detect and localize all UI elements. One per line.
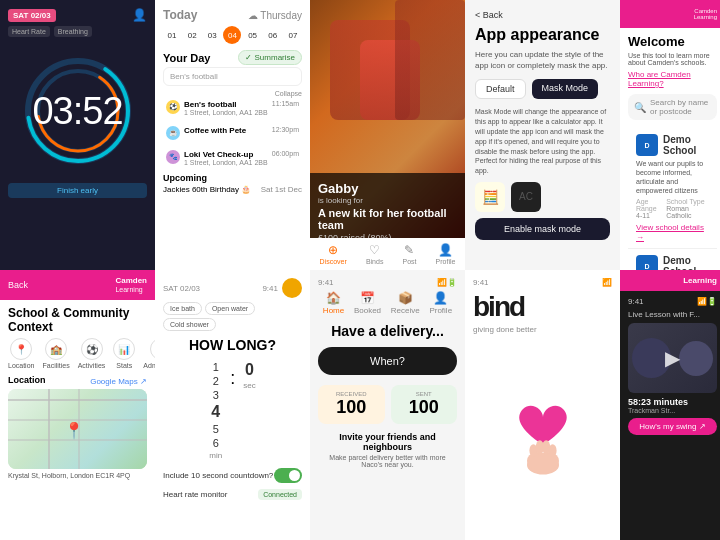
school-header-logo: CamdenLearning	[115, 276, 147, 294]
shower-date: SAT 02/03	[163, 284, 200, 293]
school-icon-row: 📍 Location 🏫 Facilities ⚽ Activities 📊 S…	[8, 338, 147, 369]
mask-description: Mask Mode will change the appearance of …	[475, 107, 610, 176]
selected-minutes[interactable]: 4	[211, 403, 220, 421]
delivery-nav-booked[interactable]: 📅 Booked	[354, 291, 381, 315]
stats-icon: 📊	[113, 338, 135, 360]
nav-binds[interactable]: ♡ Binds	[366, 243, 384, 265]
location-section: Location Google Maps ↗ 📍 Krystal St, Hol…	[8, 375, 147, 479]
summarise-button[interactable]: ✓ Summarise	[238, 50, 302, 65]
dark-app-icon: AC	[511, 182, 541, 212]
delivery-nav-profile[interactable]: 👤 Profile	[429, 291, 452, 315]
school-card-header-0: D Demo School	[636, 134, 709, 156]
selected-seconds[interactable]: 0	[245, 361, 254, 379]
location-icon: 📍	[10, 338, 32, 360]
ice-bath-tag[interactable]: Ice bath	[163, 302, 202, 315]
facilities-icon-item[interactable]: 🏫 Facilities	[42, 338, 69, 369]
delivery-cell: 9:41 📶🔋 🏠 Home 📅 Booked 📦 Receive 👤 Prof…	[310, 270, 465, 540]
video-lesson-cell: Learning 9:41 📶🔋 Live Lesson with F... ▶…	[620, 270, 720, 540]
day-04-active[interactable]: 04	[223, 26, 241, 44]
app-appearance-cell: < Back App appearance Here you can updat…	[465, 0, 620, 270]
day-01[interactable]: 01	[163, 26, 181, 44]
school-page-title: School & Community Context	[8, 306, 147, 334]
minutes-column: 1 2 3 4 5 6 min	[209, 361, 222, 460]
nav-profile[interactable]: 👤 Profile	[436, 243, 456, 265]
day-02[interactable]: 02	[183, 26, 201, 44]
video-header: Learning	[620, 270, 720, 291]
delivery-stats-row: RECEIVED 100 SENT 100	[318, 385, 457, 424]
invite-section: Invite your friends and neighbours Make …	[318, 432, 457, 468]
event-time-1: 12:30pm	[272, 126, 299, 133]
map-pin: 📍	[64, 421, 84, 440]
video-thumbnail[interactable]: ▶	[628, 323, 717, 393]
nav-post[interactable]: ✎ Post	[402, 243, 416, 265]
enable-mask-button[interactable]: Enable mask mode	[475, 218, 610, 240]
cold-shower-tag[interactable]: Cold shower	[163, 318, 216, 331]
countdown-label: Include 10 second countdown?	[163, 471, 273, 480]
camden-learning-cell: Camden Learning Welcome Use this tool to…	[620, 0, 720, 270]
day-03[interactable]: 03	[203, 26, 221, 44]
day-06[interactable]: 06	[264, 26, 282, 44]
location-title: Location	[8, 375, 46, 385]
school-back-button[interactable]: Back	[8, 280, 28, 290]
swing-button[interactable]: How's my swing ↗	[628, 418, 717, 435]
breathing-metric: Breathing	[54, 26, 92, 37]
play-button[interactable]: ▶	[665, 346, 680, 370]
camden-link[interactable]: Who are Camden Learning?	[628, 70, 717, 88]
appearance-desc: Here you can update the style of the app…	[475, 49, 610, 71]
video-time: 9:41	[628, 297, 644, 306]
event-coffee: ☕ Coffee with Pete 12:30pm	[163, 123, 302, 143]
event-name-2: Loki Vet Check-up	[184, 150, 268, 159]
event-time-2: 06:00pm	[272, 150, 299, 157]
activities-icon-item[interactable]: ⚽ Activities	[78, 338, 106, 369]
video-status-bar: 📶🔋	[697, 297, 717, 306]
school-desc-0: We want our pupils to become informed, a…	[636, 159, 709, 195]
admissions-icon-item[interactable]: 📋 Admissions	[143, 338, 155, 369]
event-bens-football: ⚽ Ben's football 1 Street, London, AA1 2…	[163, 97, 302, 119]
finish-early-badge[interactable]: Finish early	[8, 183, 147, 198]
delivery-nav-home[interactable]: 🏠 Home	[323, 291, 344, 315]
school-address: Krystal St, Holborn, London EC1R 4PQ	[8, 472, 147, 479]
activities-icon: ⚽	[81, 338, 103, 360]
nav-post-label: Post	[402, 258, 416, 265]
countdown-row: Include 10 second countdown?	[163, 468, 302, 483]
toggle-knob	[289, 470, 300, 481]
heart-rate-row: Heart rate monitor Connected	[163, 489, 302, 500]
upcoming-name-0: Jackies 60th Birthday 🎂	[163, 185, 251, 194]
discover-icon: ⊕	[328, 243, 338, 257]
home-icon: 🏠	[326, 291, 341, 305]
school-name-0: Demo School	[663, 134, 709, 156]
default-mode-button[interactable]: Default	[475, 79, 526, 99]
google-maps-link[interactable]: Google Maps ↗	[90, 377, 147, 386]
delivery-nav-receive[interactable]: 📦 Receive	[391, 291, 420, 315]
search-bar[interactable]: 🔍 Search by name or postcode	[628, 94, 717, 120]
bottom-nav-bar: ⊕ Discover ♡ Binds ✎ Post 👤 Profile	[310, 238, 465, 270]
nav-profile-label: Profile	[436, 258, 456, 265]
collapse-button[interactable]: Collapse	[275, 90, 302, 97]
day-07[interactable]: 07	[284, 26, 302, 44]
delivery-nav-tabs: 🏠 Home 📅 Booked 📦 Receive 👤 Profile	[318, 291, 457, 315]
event-input[interactable]: Ben's football	[163, 67, 302, 86]
timer-colon: :	[230, 361, 235, 460]
school-logo-1: D	[636, 255, 658, 270]
mask-mode-button[interactable]: Mask Mode	[532, 79, 599, 99]
school-name-1: Demo School	[663, 255, 709, 270]
back-button[interactable]: < Back	[475, 10, 610, 20]
delivery-question: Have a delivery...	[318, 323, 457, 339]
stats-icon-item[interactable]: 📊 Stats	[113, 338, 135, 369]
receive-icon: 📦	[398, 291, 413, 305]
event-time-0: 11:15am	[272, 100, 299, 107]
shower-timer-cell: SAT 02/03 9:41 Ice bath Open water Cold …	[155, 270, 310, 540]
location-icon-item[interactable]: 📍 Location	[8, 338, 34, 369]
view-school-link-0[interactable]: View school details →	[636, 223, 704, 242]
nav-discover-label: Discover	[320, 258, 347, 265]
day-05[interactable]: 05	[244, 26, 262, 44]
social-photo-cell: Gabby is looking for A new kit for her f…	[310, 0, 465, 270]
countdown-toggle[interactable]	[274, 468, 302, 483]
search-placeholder: Search by name or postcode	[650, 98, 711, 116]
when-button[interactable]: When?	[318, 347, 457, 375]
open-water-tag[interactable]: Open water	[205, 302, 255, 315]
profile-icon: 👤	[438, 243, 453, 257]
welcome-section: Welcome Use this tool to learn more abou…	[620, 28, 720, 270]
camden-logo: Camden Learning	[694, 8, 717, 20]
nav-discover[interactable]: ⊕ Discover	[320, 243, 347, 265]
